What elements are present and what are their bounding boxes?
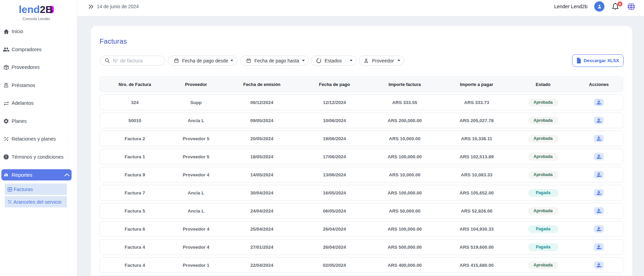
svg-text:$: $ (5, 83, 7, 86)
